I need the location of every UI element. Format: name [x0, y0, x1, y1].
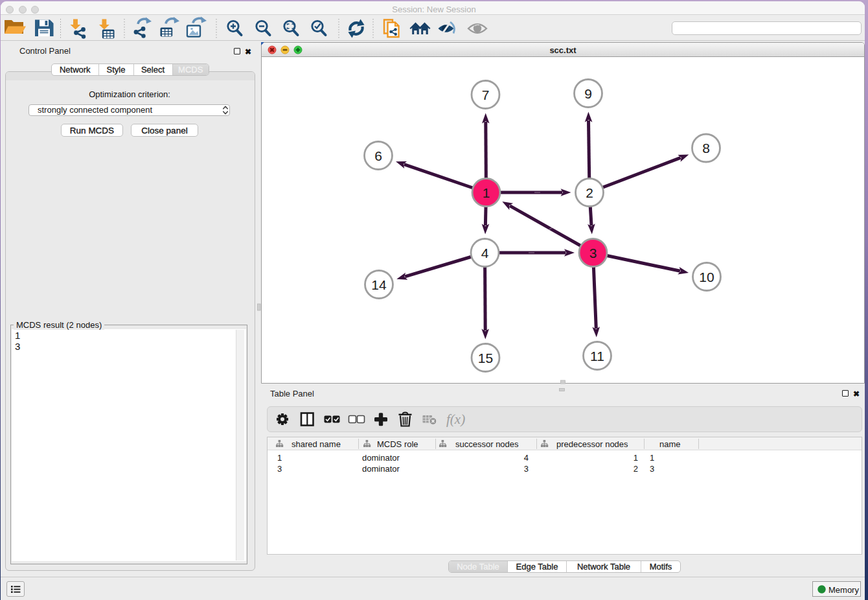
- svg-text:6: 6: [374, 148, 382, 163]
- svg-text:14: 14: [371, 277, 387, 292]
- svg-text:10: 10: [699, 270, 714, 284]
- svg-text:f(x): f(x): [446, 411, 465, 427]
- svg-text:3: 3: [589, 246, 597, 260]
- svg-text:9: 9: [584, 86, 592, 101]
- svg-text:7: 7: [482, 87, 490, 102]
- svg-text:4: 4: [481, 246, 489, 260]
- svg-text:11: 11: [590, 349, 604, 363]
- svg-text:15: 15: [478, 351, 493, 365]
- svg-text:1: 1: [483, 185, 490, 200]
- svg-text:2: 2: [586, 185, 593, 200]
- svg-text:8: 8: [702, 141, 710, 156]
